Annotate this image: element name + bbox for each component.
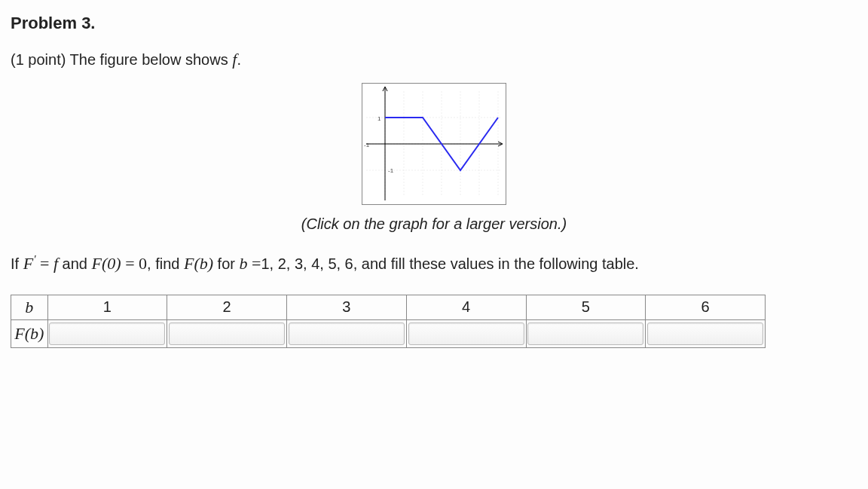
x-tick-neg1: -1 [364, 142, 370, 148]
col-header: 2 [167, 295, 287, 319]
math-F0: F(0) [92, 254, 121, 273]
answer-table: b 1 2 3 4 5 6 F(b) [11, 295, 766, 348]
q-and: and [58, 255, 91, 272]
problem-title: Problem 3. [11, 14, 857, 33]
q-eq3: = [248, 254, 261, 273]
answer-input-4[interactable] [408, 322, 524, 345]
q-eq2: = [121, 254, 139, 273]
row-header-Fb: F(b) [11, 319, 48, 347]
prompt-text: The figure below shows [70, 51, 233, 68]
math-Fb: F(b) [184, 254, 213, 273]
graph-svg: 1 -1 -1 [362, 84, 506, 204]
q-tail: , and fill these values in the following… [353, 255, 639, 272]
graph-caption: (Click on the graph for a larger version… [11, 215, 857, 233]
graph-image[interactable]: 1 -1 -1 [362, 83, 506, 205]
q-eq1: = [36, 254, 53, 273]
col-header: 4 [406, 295, 526, 319]
answer-input-1[interactable] [49, 322, 165, 345]
prompt-tail: . [237, 51, 241, 68]
y-tick-1: 1 [377, 115, 381, 122]
problem-container: Problem 3. (1 point) The figure below sh… [0, 0, 868, 356]
col-header: 5 [526, 295, 646, 319]
problem-prompt: (1 point) The figure below shows f. [11, 50, 857, 69]
col-header: 6 [646, 295, 766, 319]
answer-input-5[interactable] [527, 322, 643, 345]
col-header: 1 [47, 295, 167, 319]
q-find: , find [147, 255, 184, 272]
table-row: b 1 2 3 4 5 6 [11, 295, 766, 319]
math-zero: 0 [139, 254, 147, 273]
row-header-b: b [11, 295, 48, 319]
answer-input-3[interactable] [289, 322, 405, 345]
answer-input-2[interactable] [169, 322, 285, 345]
points-label: (1 point) [11, 51, 70, 68]
math-b: b [240, 254, 248, 273]
col-header: 3 [287, 295, 407, 319]
q-if: If [11, 255, 23, 272]
table-row: F(b) [11, 319, 766, 347]
math-Fprime: F′ [23, 254, 36, 273]
question-text: If F′ = f and F(0) = 0, find F(b) for b … [11, 249, 857, 278]
graph-block: 1 -1 -1 (Click on the graph for a larger… [11, 83, 857, 233]
answer-input-6[interactable] [647, 322, 763, 345]
q-for: for [213, 255, 239, 272]
q-values: 1, 2, 3, 4, 5, 6 [261, 255, 353, 272]
y-tick-neg1: -1 [388, 167, 394, 174]
